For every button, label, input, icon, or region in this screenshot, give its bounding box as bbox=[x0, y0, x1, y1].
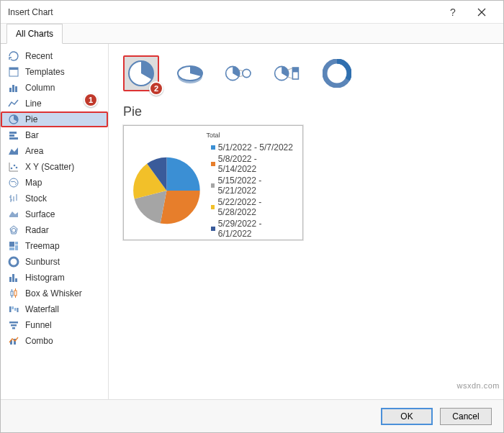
svg-point-28 bbox=[9, 257, 18, 266]
svg-rect-38 bbox=[9, 306, 12, 312]
svg-rect-44 bbox=[12, 327, 15, 329]
sidebar-item-label: Histogram bbox=[25, 273, 65, 283]
svg-rect-30 bbox=[12, 274, 14, 282]
subtype-pie-3d[interactable] bbox=[172, 55, 208, 91]
sidebar-item-combo[interactable]: Combo bbox=[1, 333, 108, 349]
svg-rect-26 bbox=[15, 245, 18, 250]
svg-rect-27 bbox=[9, 247, 14, 250]
svg-rect-10 bbox=[9, 137, 18, 140]
close-icon bbox=[477, 8, 486, 17]
sidebar-item-pie[interactable]: Pie bbox=[1, 111, 108, 127]
waterfall-icon bbox=[8, 304, 19, 315]
histogram-icon bbox=[8, 272, 19, 283]
svg-point-50 bbox=[243, 69, 251, 77]
sidebar-item-box-whisker[interactable]: Box & Whisker bbox=[1, 286, 108, 301]
sidebar-item-surface[interactable]: Surface bbox=[1, 206, 108, 222]
svg-rect-6 bbox=[15, 86, 17, 92]
box-whisker-icon bbox=[8, 288, 19, 299]
svg-marker-23 bbox=[12, 228, 16, 232]
sidebar-item-map[interactable]: Map bbox=[1, 175, 108, 191]
legend-item: 5/29/2022 - 6/1/2022 bbox=[211, 218, 297, 240]
sidebar-item-label: Stock bbox=[25, 193, 47, 204]
pie-3d-icon bbox=[176, 59, 204, 88]
sidebar-item-line[interactable]: Line 1 bbox=[1, 96, 108, 111]
tab-row: All Charts bbox=[1, 24, 503, 44]
svg-rect-41 bbox=[17, 308, 19, 312]
sidebar-item-templates[interactable]: Templates bbox=[1, 64, 108, 80]
svg-rect-9 bbox=[9, 135, 14, 137]
svg-rect-39 bbox=[12, 306, 14, 309]
svg-line-57 bbox=[287, 77, 292, 78]
chart-preview[interactable]: Total 5/1/2022 - 5/7/2022 5/8/2022 - 5/1… bbox=[123, 125, 303, 240]
svg-rect-42 bbox=[9, 322, 18, 324]
svg-rect-5 bbox=[12, 85, 14, 92]
annotation-badge-2: 2 bbox=[149, 81, 163, 96]
svg-rect-4 bbox=[9, 88, 12, 92]
subtype-pie[interactable]: 2 bbox=[123, 55, 159, 91]
templates-icon bbox=[8, 66, 19, 78]
surface-icon bbox=[8, 209, 19, 220]
svg-point-14 bbox=[14, 165, 16, 167]
treemap-icon bbox=[8, 240, 19, 252]
tab-all-charts[interactable]: All Charts bbox=[6, 24, 63, 44]
sunburst-icon bbox=[8, 256, 19, 268]
chart-category-sidebar: Recent Templates Column Line 1 Pie bbox=[1, 44, 109, 399]
subtype-doughnut[interactable] bbox=[319, 55, 355, 91]
sidebar-item-label: Map bbox=[25, 178, 42, 188]
sidebar-item-area[interactable]: Area bbox=[1, 143, 108, 159]
doughnut-icon bbox=[323, 59, 351, 88]
svg-point-13 bbox=[11, 168, 13, 170]
dialog-body: Recent Templates Column Line 1 Pie bbox=[1, 44, 503, 399]
sidebar-item-label: Combo bbox=[25, 336, 53, 346]
legend-item: 5/22/2022 - 5/28/2022 bbox=[211, 196, 297, 218]
sidebar-item-treemap[interactable]: Treemap bbox=[1, 238, 108, 254]
sidebar-item-label: Treemap bbox=[25, 241, 60, 251]
legend-swatch bbox=[211, 205, 215, 209]
sidebar-item-label: Pie bbox=[25, 114, 37, 124]
svg-rect-29 bbox=[9, 277, 12, 282]
sidebar-item-label: Bar bbox=[25, 130, 39, 140]
legend-label: 5/29/2022 - 6/1/2022 bbox=[218, 219, 297, 239]
preview-title: Total bbox=[206, 132, 220, 139]
sidebar-item-label: Sunburst bbox=[25, 257, 60, 267]
svg-line-56 bbox=[287, 68, 292, 70]
legend-label: 5/1/2022 - 5/7/2022 bbox=[218, 142, 293, 152]
sidebar-item-sunburst[interactable]: Sunburst bbox=[1, 254, 108, 270]
legend-swatch bbox=[211, 227, 215, 231]
sidebar-item-scatter[interactable]: X Y (Scatter) bbox=[1, 159, 108, 175]
column-icon bbox=[8, 82, 19, 94]
subtype-row: 2 bbox=[123, 53, 489, 99]
preview-legend: 5/1/2022 - 5/7/2022 5/8/2022 - 5/14/2022… bbox=[211, 142, 297, 240]
subtype-bar-of-pie[interactable] bbox=[270, 55, 306, 91]
line-icon bbox=[8, 98, 19, 109]
legend-swatch bbox=[211, 183, 215, 188]
sidebar-item-funnel[interactable]: Funnel bbox=[1, 317, 108, 333]
sidebar-item-label: Templates bbox=[25, 67, 65, 77]
watermark: wsxdn.com bbox=[456, 381, 500, 390]
funnel-icon bbox=[8, 319, 19, 331]
legend-label: 5/15/2022 - 5/21/2022 bbox=[217, 176, 297, 196]
svg-rect-40 bbox=[14, 308, 17, 311]
subtype-pie-of-pie[interactable] bbox=[221, 55, 257, 91]
pie-icon bbox=[8, 114, 19, 125]
sidebar-item-label: Line bbox=[25, 99, 42, 109]
sidebar-item-label: Box & Whisker bbox=[25, 288, 82, 298]
help-button[interactable]: ? bbox=[438, 2, 467, 22]
combo-icon bbox=[8, 335, 19, 347]
cancel-button[interactable]: Cancel bbox=[440, 408, 492, 425]
sidebar-item-histogram[interactable]: Histogram bbox=[1, 270, 108, 286]
svg-rect-43 bbox=[11, 324, 17, 327]
close-button[interactable] bbox=[467, 2, 496, 22]
sidebar-item-waterfall[interactable]: Waterfall bbox=[1, 301, 108, 317]
svg-rect-31 bbox=[15, 278, 17, 282]
sidebar-item-stock[interactable]: Stock bbox=[1, 191, 108, 206]
chart-type-title: Pie bbox=[123, 104, 489, 119]
sidebar-item-radar[interactable]: Radar bbox=[1, 222, 108, 238]
sidebar-item-label: X Y (Scatter) bbox=[25, 162, 74, 172]
sidebar-item-recent[interactable]: Recent bbox=[1, 48, 108, 64]
bar-of-pie-icon bbox=[274, 59, 302, 88]
sidebar-item-bar[interactable]: Bar bbox=[1, 127, 108, 143]
sidebar-item-label: Recent bbox=[25, 51, 53, 61]
ok-button[interactable]: OK bbox=[381, 408, 433, 425]
svg-rect-32 bbox=[11, 291, 13, 296]
